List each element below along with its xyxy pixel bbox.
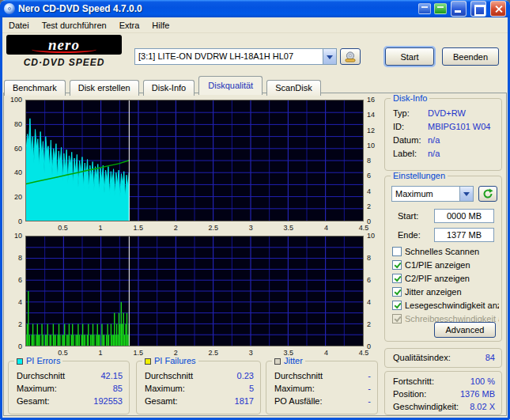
disk-info-title: Disk-Info (391, 93, 429, 103)
nero-product-text: CD·DVD SPEED (6, 57, 122, 68)
maximize-button[interactable] (470, 1, 486, 17)
axis-tick-label: 2.5 (209, 349, 219, 357)
speed-select[interactable]: Maximum (391, 186, 474, 202)
axis-tick-label: 60 (14, 145, 22, 152)
axis-tick-label: 80 (14, 120, 22, 127)
refresh-icon (482, 188, 493, 199)
start-input[interactable] (434, 209, 494, 223)
menu-test-durchfuehren[interactable]: Test durchführen (36, 18, 113, 32)
axis-tick-label: 4.5 (359, 224, 369, 232)
axis-tick-label: 4 (324, 349, 328, 357)
disc-in-hand-icon (344, 51, 357, 62)
chevron-down-icon[interactable] (323, 49, 336, 64)
progress-value: 100 % (470, 376, 495, 386)
axis-tick-label: 100 (10, 96, 22, 104)
checkbox-c2-pif-anzeigen[interactable]: C2/PIF anzeigen (392, 273, 499, 284)
disk-info-group: Disk-Info Typ: DVD+RW ID: MBIPG101 W04 D… (384, 98, 502, 171)
tab-disk-erstellen[interactable]: Disk erstellen (70, 80, 139, 96)
quality-index-value: 84 (485, 353, 495, 362)
stat-row: Maximum: 85 (17, 384, 123, 393)
disk-info-row: ID: MBIPG101 W04 (393, 122, 495, 131)
pi-errors-swatch (17, 358, 23, 365)
axis-tick-label: 10 (367, 233, 375, 240)
tab-disk-info[interactable]: Disk-Info (143, 80, 195, 96)
nero-brand-text: nero (48, 37, 80, 52)
pie-chart-x-axis: 0.511.522.533.544.5 (25, 223, 364, 233)
minimize-button[interactable] (451, 1, 467, 17)
axis-tick-label: 4 (367, 187, 371, 195)
axis-tick-label: 2 (367, 202, 371, 210)
axis-tick-label: 2 (18, 321, 22, 328)
pif-chart-left-axis: 1086420 (6, 236, 24, 346)
checkbox-lesegeschwindigkeit[interactable]: Lesegeschwindigkeit anzeigen (392, 300, 499, 311)
progress-group: Fortschritt: 100 % Position: 1376 MB Ges… (384, 371, 502, 415)
tab-benchmark[interactable]: Benchmark (4, 80, 66, 96)
axis-tick-label: 1.5 (133, 224, 143, 232)
jitter-swatch (274, 358, 281, 365)
app-window: Nero CD-DVD Speed 4.7.0.0 Datei Test dur… (0, 0, 510, 420)
axis-tick-label: 1 (99, 349, 103, 357)
nero-logo: nero CD·DVD SPEED (6, 35, 122, 71)
axis-tick-label: 4 (367, 299, 371, 306)
axis-tick-label: 0 (18, 218, 22, 225)
advanced-button[interactable]: Advanced (434, 322, 496, 338)
disc-label-value: n/a (428, 149, 440, 158)
axis-tick-label: 2 (367, 321, 371, 328)
axis-tick-label: 8 (367, 157, 371, 165)
axis-tick-label: 8 (367, 255, 371, 262)
axis-tick-label: 40 (14, 169, 22, 176)
titlebar-extra-icon-2[interactable] (434, 3, 447, 14)
checkbox-icon (392, 301, 402, 310)
disk-info-row: Label: n/a (393, 149, 495, 158)
axis-tick-label: 10 (367, 142, 375, 149)
disk-info-row: Typ: DVD+RW (393, 108, 495, 118)
menu-datei[interactable]: Datei (2, 18, 36, 32)
stat-row: Durchschnitt - (274, 371, 371, 380)
axis-tick-label: 1 (99, 224, 103, 232)
drive-selector[interactable]: [3:1] LITE-ON DVDRW LH-18A1H HL07 (134, 48, 337, 65)
menu-hilfe[interactable]: Hilfe (145, 18, 176, 32)
titlebar[interactable]: Nero CD-DVD Speed 4.7.0.0 (0, 0, 510, 17)
axis-tick-label: 14 (367, 112, 375, 119)
refresh-button[interactable] (478, 186, 497, 202)
position-value: 1376 MB (460, 389, 495, 399)
tab-strip: Benchmark Disk erstellen Disk-Info Diskq… (4, 76, 323, 93)
close-button[interactable] (490, 1, 506, 17)
checkbox-c1-pie-anzeigen[interactable]: C1/PIE anzeigen (392, 259, 499, 271)
quit-button[interactable]: Beenden (442, 47, 499, 66)
speed-select-value: Maximum (392, 187, 459, 201)
app-disc-icon (4, 3, 15, 14)
checkbox-icon (392, 314, 402, 324)
checkbox-icon (392, 287, 402, 297)
settings-group: Einstellungen Maximum Start: Ende: Schne… (384, 176, 502, 342)
start-button[interactable]: Start (385, 47, 434, 66)
eject-disc-button[interactable] (340, 48, 361, 65)
window-title: Nero CD-DVD Speed 4.7.0.0 (18, 3, 415, 14)
pi-errors-group: PI Errors Durchschnitt 42.15 Maximum: 85… (8, 361, 130, 414)
tab-scandisk[interactable]: ScanDisk (266, 80, 320, 96)
stat-row: Gesamt: 1817 (145, 396, 254, 406)
axis-tick-label: 0.5 (58, 224, 68, 232)
stat-row: PO Ausfälle: - (274, 396, 371, 406)
stat-row: Gesamt: 192553 (17, 396, 123, 406)
checkbox-icon (392, 247, 402, 256)
chevron-down-icon[interactable] (459, 187, 473, 201)
stat-row: Durchschnitt 42.15 (17, 371, 123, 380)
titlebar-extra-icon-1[interactable] (418, 3, 431, 14)
checkbox-jitter-anzeigen[interactable]: Jitter anzeigen (392, 286, 499, 297)
pie-chart-plot (25, 100, 364, 221)
checkbox-schnelles-scannen[interactable]: Schnelles Scannen (392, 246, 499, 257)
menu-extra[interactable]: Extra (113, 18, 146, 32)
disc-type-value: DVD+RW (428, 108, 466, 118)
stat-row: Maximum: 5 (145, 384, 254, 393)
axis-tick-label: 6 (367, 277, 371, 284)
pie-chart-left-axis: 100806040200 (6, 100, 24, 221)
quality-index-group: Qualitätsindex: 84 (384, 348, 502, 368)
end-input[interactable] (434, 228, 494, 242)
axis-tick-label: 4 (18, 299, 22, 306)
checkbox-icon (392, 274, 402, 283)
axis-tick-label: 3 (249, 224, 253, 232)
tab-diskqualitaet[interactable]: Diskqualität (198, 76, 263, 95)
pif-chart-plot (25, 236, 364, 346)
axis-tick-label: 2.5 (209, 224, 219, 232)
